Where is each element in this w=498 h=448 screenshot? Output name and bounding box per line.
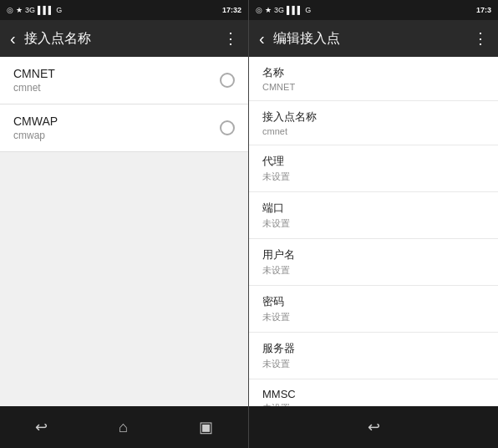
signal-icon: ▌▌▌ bbox=[38, 6, 53, 14]
left-recent-nav-button[interactable]: ▣ bbox=[185, 411, 226, 443]
setting-label-4: 用户名 bbox=[262, 247, 485, 262]
setting-label-5: 密码 bbox=[262, 294, 485, 309]
right-status-icons: 17:32 bbox=[222, 6, 241, 14]
list-item-cmnet[interactable]: CMNET cmnet bbox=[0, 57, 248, 104]
left-status-icons: ◎ ★ 3G ▌▌▌ G bbox=[7, 6, 220, 14]
cmwap-radio[interactable] bbox=[220, 120, 235, 135]
setting-value-1: cmnet bbox=[262, 126, 485, 136]
right-page-title: 编辑接入点 bbox=[273, 30, 465, 48]
settings-item-7[interactable]: MMSC未设置 bbox=[249, 379, 498, 406]
cmwap-text: CMWAP cmwap bbox=[13, 115, 58, 141]
left-back-button[interactable]: ‹ bbox=[10, 29, 16, 48]
left-bottom-nav: ↩ ⌂ ▣ bbox=[0, 406, 248, 448]
cmnet-radio[interactable] bbox=[220, 73, 235, 88]
setting-value-0: CMNET bbox=[262, 82, 485, 92]
status-time-right: 17:3 bbox=[476, 6, 491, 14]
setting-value-6: 未设置 bbox=[262, 358, 485, 370]
wifi-icon: ◎ bbox=[7, 6, 13, 14]
right-bt-icon: ★ bbox=[265, 6, 272, 14]
settings-item-1[interactable]: 接入点名称cmnet bbox=[249, 101, 498, 145]
left-page-title: 接入点名称 bbox=[24, 30, 215, 48]
setting-value-3: 未设置 bbox=[262, 217, 485, 230]
settings-item-4[interactable]: 用户名未设置 bbox=[249, 239, 498, 286]
right-wifi-icon: ◎ bbox=[256, 6, 262, 14]
setting-label-6: 服务器 bbox=[262, 341, 485, 356]
cmwap-subtitle: cmwap bbox=[13, 130, 58, 141]
right-settings-list: 名称CMNET接入点名称cmnet代理未设置端口未设置用户名未设置密码未设置服务… bbox=[249, 57, 498, 406]
settings-item-3[interactable]: 端口未设置 bbox=[249, 192, 498, 239]
setting-value-4: 未设置 bbox=[262, 264, 485, 277]
setting-label-0: 名称 bbox=[262, 65, 485, 80]
list-item-cmwap[interactable]: CMWAP cmwap bbox=[0, 104, 248, 152]
cmnet-subtitle: cmnet bbox=[13, 82, 55, 94]
cmnet-title: CMNET bbox=[13, 67, 55, 80]
left-more-button[interactable]: ⋮ bbox=[223, 29, 238, 48]
setting-label-3: 端口 bbox=[262, 201, 485, 216]
right-more-button[interactable]: ⋮ bbox=[473, 29, 488, 48]
cmwap-title: CMWAP bbox=[13, 115, 58, 128]
left-apn-list: CMNET cmnet CMWAP cmwap bbox=[0, 57, 248, 406]
left-app-header: ‹ 接入点名称 ⋮ bbox=[0, 20, 248, 57]
settings-item-5[interactable]: 密码未设置 bbox=[249, 286, 498, 333]
right-status-bar: ◎ ★ 3G ▌▌▌ G 17:3 bbox=[249, 0, 498, 20]
left-status-bar: ◎ ★ 3G ▌▌▌ G 17:32 bbox=[0, 0, 248, 20]
right-status-left-icons: ◎ ★ 3G ▌▌▌ G bbox=[256, 6, 474, 14]
setting-value-5: 未设置 bbox=[262, 311, 485, 323]
right-network-2g-icon: G bbox=[305, 6, 311, 14]
right-signal-icon: ▌▌▌ bbox=[287, 6, 302, 14]
right-status-right-icons: 17:3 bbox=[476, 6, 491, 14]
setting-label-7: MMSC bbox=[262, 388, 485, 400]
settings-item-0[interactable]: 名称CMNET bbox=[249, 57, 498, 101]
settings-item-6[interactable]: 服务器未设置 bbox=[249, 333, 498, 379]
left-home-nav-button[interactable]: ⌂ bbox=[105, 412, 141, 443]
setting-label-2: 代理 bbox=[262, 154, 485, 169]
cmnet-text: CMNET cmnet bbox=[13, 67, 55, 94]
network-2g-icon: G bbox=[56, 6, 62, 14]
setting-value-2: 未设置 bbox=[262, 171, 485, 183]
right-app-header: ‹ 编辑接入点 ⋮ bbox=[249, 20, 498, 57]
right-back-button[interactable]: ‹ bbox=[259, 29, 265, 48]
right-network-3g-icon: 3G bbox=[274, 6, 284, 14]
setting-label-1: 接入点名称 bbox=[262, 109, 485, 125]
settings-item-2[interactable]: 代理未设置 bbox=[249, 145, 498, 192]
status-time-left: 17:32 bbox=[222, 6, 241, 14]
right-bottom-nav: ↩ bbox=[249, 406, 498, 448]
bt-icon: ★ bbox=[16, 6, 23, 14]
network-3g-icon: 3G bbox=[25, 6, 35, 14]
right-back-nav-button[interactable]: ↩ bbox=[354, 411, 394, 443]
left-back-nav-button[interactable]: ↩ bbox=[22, 411, 61, 443]
left-phone-screen: ◎ ★ 3G ▌▌▌ G 17:32 ‹ 接入点名称 ⋮ CMNET cmnet… bbox=[0, 0, 249, 448]
right-phone-screen: ◎ ★ 3G ▌▌▌ G 17:3 ‹ 编辑接入点 ⋮ 名称CMNET接入点名称… bbox=[249, 0, 498, 448]
